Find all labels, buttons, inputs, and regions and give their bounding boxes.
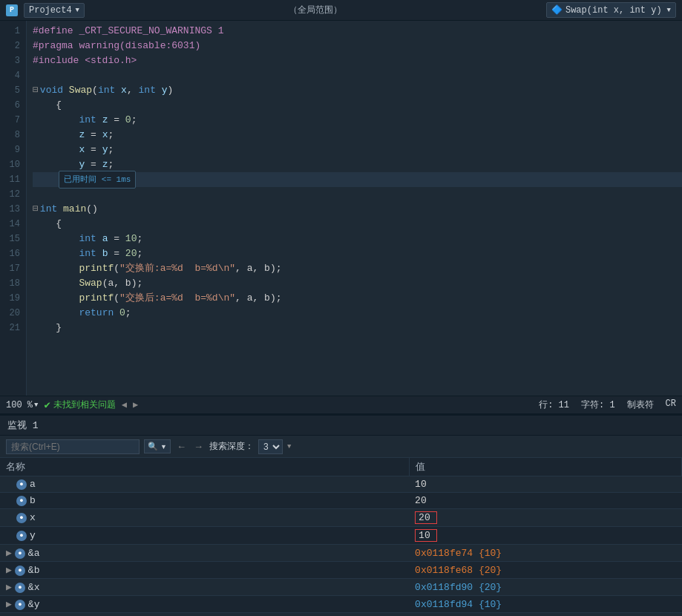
code-token [33,232,79,246]
check-icon: ✔ [44,399,50,411]
code-token: y [102,142,108,157]
code-line: z = x; [33,128,682,142]
watch-row[interactable]: ●a10 [0,476,682,493]
code-line: printf("交换前:a=%d b=%d\n", a, b); [33,261,682,276]
code-token [115,83,121,98]
watch-row[interactable]: ●b20 [0,493,682,509]
expand-icon[interactable]: ▶ [6,548,12,559]
code-token: ; [108,128,114,142]
code-content[interactable]: #define _CRT_SECURE_NO_WARNINGS 1#pragma… [27,21,682,396]
code-token: b [102,246,108,261]
code-token: y [162,83,168,98]
watch-var-icon: ● [16,496,27,506]
line-number: 8 [6,128,20,142]
status-text: 未找到相关问题 [53,399,116,411]
code-line: y = z; [33,157,682,172]
expand-icon[interactable]: ▶ [6,582,12,593]
watch-var-icon: ● [15,583,25,593]
watch-var-name: &b [28,565,40,576]
col-name-header: 名称 [0,458,409,476]
add-watch-label[interactable]: 添加要监视的项 [0,613,682,616]
watch-search-input[interactable] [6,439,140,454]
line-number: 15 [6,232,20,246]
code-token [33,157,79,172]
watch-var-icon: ● [16,479,27,490]
line-number: 11 [6,172,20,187]
watch-row[interactable]: ▶●&x0x0118fd90 {20} [0,579,682,596]
status-arrow-right[interactable]: ▶ [133,399,138,410]
watch-var-icon: ● [15,548,25,559]
line-number: 4 [6,68,20,83]
line-number: 5 [6,83,20,98]
zoom-level[interactable]: 100 % ▼ [6,400,38,410]
nav-fwd-button[interactable]: → [192,441,205,452]
code-token: "交换前:a=%d b=%d\n" [119,261,235,276]
code-token: z [79,128,85,142]
watch-row[interactable]: ●y10 [0,527,682,545]
code-token: ; [137,246,142,261]
code-line [33,187,682,202]
watch-var-icon: ● [16,531,27,541]
code-line: int a = 10; [33,232,682,246]
code-token [63,83,69,98]
code-token: x [79,142,85,157]
line-number: 19 [6,291,20,306]
code-token: Swap [79,276,102,291]
watch-row[interactable]: ▶●&a0x0118fe74 {10} [0,545,682,562]
watch-var-name: &a [28,548,40,559]
code-token: ; [137,232,142,246]
watch-row[interactable]: ▶●&b0x0118fe68 {20} [0,562,682,579]
zoom-value: 100 % [6,400,33,410]
time-badge: 已用时间 <= 1ms [59,171,136,189]
status-right: 行: 11 字符: 1 制表符 CR [539,399,676,411]
watch-value-highlighted: 20 [415,511,437,524]
watch-value-cell: 20 [409,493,681,509]
code-token: return [79,306,114,321]
code-token: printf [79,291,114,306]
line-number: 21 [6,321,20,335]
status-check: ✔ 未找到相关问题 [44,399,115,411]
code-token: ( [92,83,98,98]
fold-marker[interactable]: ⊟ [33,83,39,98]
fold-marker[interactable]: ⊟ [33,202,39,217]
code-token: int [79,232,96,246]
expand-icon[interactable]: ▶ [6,565,12,576]
function-scope-dropdown[interactable]: 🔷 Swap(int x, int y) ▼ [546,2,676,18]
watch-value: 0x0118fd90 {20} [415,582,502,593]
depth-select[interactable]: 3 1 2 4 5 [258,439,283,454]
watch-table-header: 名称 值 [0,458,682,476]
line-number: 13 [6,202,20,217]
code-line: #define _CRT_SECURE_NO_WARNINGS 1 [33,24,682,39]
code-token: (a, b); [102,276,143,291]
watch-toolbar: 🔍 ▼ ← → 搜索深度： 3 1 2 4 5 ▼ [0,436,682,458]
encoding-info: CR [666,399,676,411]
code-token [33,276,79,291]
watch-var-icon: ● [16,513,27,523]
line-number: 7 [6,113,20,128]
code-token [114,306,119,321]
scope-center: （全局范围） [91,4,540,16]
status-arrow-left[interactable]: ◀ [122,399,127,410]
watch-row[interactable]: ▶●&y0x0118fd94 {10} [0,596,682,613]
code-token: a [102,232,108,246]
tab-info: 制表符 [627,399,654,411]
code-line [33,68,682,83]
depth-label: 搜索深度： [209,440,254,453]
nav-back-button[interactable]: ← [175,441,188,452]
watch-value-cell: 0x0118fd90 {20} [409,579,681,596]
code-token [96,232,102,246]
depth-dropdown-icon: ▼ [287,443,291,450]
code-token: ) [168,83,174,98]
code-token: "交换后:a=%d b=%d\n" [119,291,235,306]
watch-name-cell: ●a [0,476,409,493]
watch-var-name: b [30,495,36,506]
code-line: int z = 0; [33,113,682,128]
chevron-down-icon2: ▼ [667,7,671,14]
watch-name-cell: ▶●&a [0,545,409,562]
watch-table: 名称 值 ●a10●b20●x20●y10▶●&a0x0118fe74 {10}… [0,458,682,613]
watch-row[interactable]: ●x20 [0,509,682,527]
project-dropdown[interactable]: Project4 ▼ [24,3,85,18]
search-button[interactable]: 🔍 ▼ [144,439,171,453]
code-token: = [108,246,125,261]
expand-icon[interactable]: ▶ [6,599,12,610]
